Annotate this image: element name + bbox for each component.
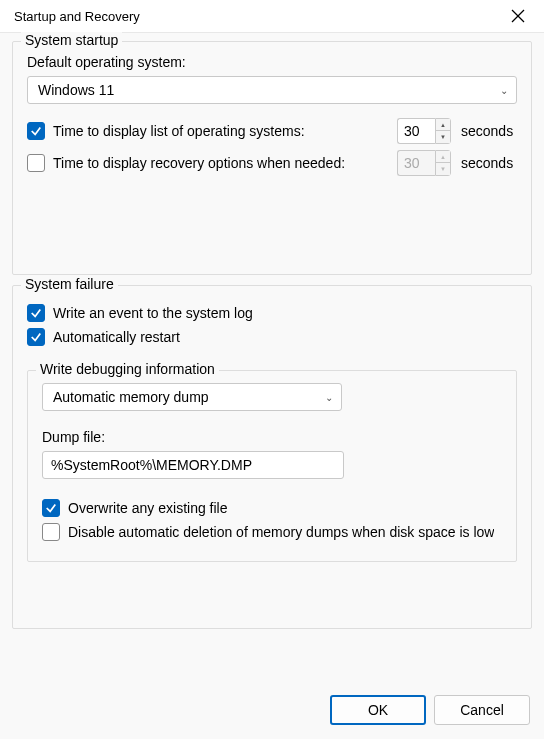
auto-restart-row: Automatically restart <box>27 328 517 346</box>
default-os-select[interactable]: Windows 11 ⌄ <box>27 76 517 104</box>
default-os-value: Windows 11 <box>38 82 114 98</box>
ok-button[interactable]: OK <box>330 695 426 725</box>
time-os-list-checkbox[interactable] <box>27 122 45 140</box>
overwrite-checkbox[interactable] <box>42 499 60 517</box>
write-event-checkbox[interactable] <box>27 304 45 322</box>
dump-file-input[interactable] <box>42 451 344 479</box>
check-icon <box>45 502 57 514</box>
spin-up-button[interactable]: ▲ <box>436 119 450 131</box>
title-bar: Startup and Recovery <box>0 0 544 32</box>
cancel-button[interactable]: Cancel <box>434 695 530 725</box>
dump-type-value: Automatic memory dump <box>53 389 209 405</box>
check-icon <box>30 307 42 319</box>
disable-auto-delete-label[interactable]: Disable automatic deletion of memory dum… <box>68 524 494 540</box>
chevron-down-icon: ⌄ <box>500 85 508 96</box>
dialog-body: System startup Default operating system:… <box>0 32 544 739</box>
system-failure-group: System failure Write an event to the sys… <box>12 285 532 629</box>
time-os-list-label[interactable]: Time to display list of operating system… <box>53 123 389 139</box>
default-os-label: Default operating system: <box>27 54 517 70</box>
seconds-label: seconds <box>461 155 517 171</box>
write-event-label[interactable]: Write an event to the system log <box>53 305 253 321</box>
write-debug-title: Write debugging information <box>36 361 219 377</box>
check-icon <box>30 125 42 137</box>
auto-restart-label[interactable]: Automatically restart <box>53 329 180 345</box>
auto-restart-checkbox[interactable] <box>27 328 45 346</box>
time-recovery-row: Time to display recovery options when ne… <box>27 150 517 176</box>
check-icon <box>30 331 42 343</box>
time-os-list-row: Time to display list of operating system… <box>27 118 517 144</box>
seconds-label: seconds <box>461 123 517 139</box>
time-recovery-spin-buttons: ▲ ▼ <box>435 150 451 176</box>
spin-up-button: ▲ <box>436 151 450 163</box>
button-row: OK Cancel <box>14 695 530 725</box>
overwrite-label[interactable]: Overwrite any existing file <box>68 500 228 516</box>
system-startup-group: System startup Default operating system:… <box>12 41 532 275</box>
dump-type-select[interactable]: Automatic memory dump ⌄ <box>42 383 342 411</box>
time-recovery-spinner: ▲ ▼ <box>397 150 451 176</box>
time-recovery-label[interactable]: Time to display recovery options when ne… <box>53 155 389 171</box>
time-os-list-input[interactable] <box>397 118 435 144</box>
time-os-list-spinner: ▲ ▼ <box>397 118 451 144</box>
time-os-list-spin-buttons: ▲ ▼ <box>435 118 451 144</box>
system-failure-title: System failure <box>21 276 118 292</box>
dump-file-label: Dump file: <box>42 429 502 445</box>
write-event-row: Write an event to the system log <box>27 304 517 322</box>
close-icon <box>511 9 525 23</box>
spin-down-button: ▼ <box>436 163 450 175</box>
disable-auto-delete-row: Disable automatic deletion of memory dum… <box>42 523 502 541</box>
window-title: Startup and Recovery <box>14 9 140 24</box>
close-button[interactable] <box>496 2 540 30</box>
system-startup-title: System startup <box>21 32 122 48</box>
chevron-down-icon: ⌄ <box>325 392 333 403</box>
overwrite-row: Overwrite any existing file <box>42 499 502 517</box>
spin-down-button[interactable]: ▼ <box>436 131 450 143</box>
disable-auto-delete-checkbox[interactable] <box>42 523 60 541</box>
write-debug-group: Write debugging information Automatic me… <box>27 370 517 562</box>
time-recovery-input <box>397 150 435 176</box>
time-recovery-checkbox[interactable] <box>27 154 45 172</box>
